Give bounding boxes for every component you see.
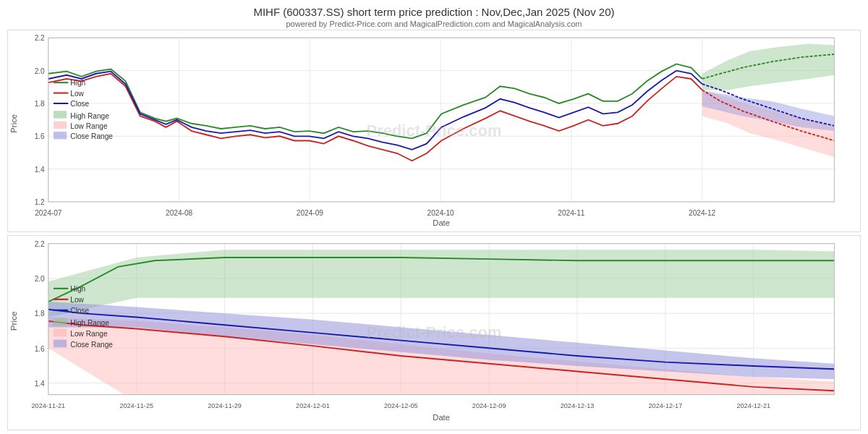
svg-text:1.4: 1.4 bbox=[35, 166, 45, 174]
svg-text:2.0: 2.0 bbox=[35, 275, 45, 283]
svg-text:High Range: High Range bbox=[70, 319, 109, 327]
svg-text:2024-11: 2024-11 bbox=[558, 208, 585, 216]
bottom-chart: 2.2 2.0 1.8 1.6 1.4 Price 2024-11-21 202… bbox=[7, 235, 861, 430]
svg-text:Price: Price bbox=[9, 312, 18, 331]
subtitle: powered by Predict-Price.com and Magical… bbox=[0, 20, 868, 28]
svg-rect-90 bbox=[54, 340, 67, 348]
svg-text:Close Range: Close Range bbox=[70, 341, 113, 349]
svg-text:Close: Close bbox=[70, 100, 89, 108]
header: MIHF (600337.SS) short term price predic… bbox=[0, 0, 868, 30]
svg-rect-86 bbox=[54, 318, 67, 326]
svg-text:2024-12-13: 2024-12-13 bbox=[561, 401, 595, 409]
svg-text:2024-12-21: 2024-12-21 bbox=[736, 401, 770, 409]
bottom-chart-svg: 2.2 2.0 1.8 1.6 1.4 Price 2024-11-21 202… bbox=[8, 236, 860, 430]
svg-text:Low: Low bbox=[70, 90, 84, 98]
svg-text:Date: Date bbox=[433, 218, 450, 227]
svg-text:High: High bbox=[70, 285, 85, 293]
svg-text:High: High bbox=[70, 79, 85, 87]
svg-text:1.8: 1.8 bbox=[35, 100, 45, 108]
svg-text:High Range: High Range bbox=[70, 112, 109, 120]
svg-text:2.2: 2.2 bbox=[35, 240, 45, 248]
top-chart-svg: 2.2 2.0 1.8 1.6 1.4 1.2 Price 2024-07 20… bbox=[8, 30, 860, 231]
svg-rect-88 bbox=[54, 329, 67, 337]
svg-rect-39 bbox=[54, 122, 67, 129]
svg-text:Close Range: Close Range bbox=[70, 132, 113, 140]
svg-text:2024-11-25: 2024-11-25 bbox=[119, 401, 153, 409]
svg-text:Price: Price bbox=[9, 114, 18, 133]
svg-text:2024-12-17: 2024-12-17 bbox=[649, 401, 683, 409]
svg-text:2024-12-05: 2024-12-05 bbox=[384, 401, 418, 409]
svg-text:2024-08: 2024-08 bbox=[166, 208, 193, 216]
top-chart: 2.2 2.0 1.8 1.6 1.4 1.2 Price 2024-07 20… bbox=[7, 30, 861, 232]
charts-container: 2.2 2.0 1.8 1.6 1.4 1.2 Price 2024-07 20… bbox=[0, 30, 868, 434]
main-title: MIHF (600337.SS) short term price predic… bbox=[0, 6, 868, 18]
svg-text:2024-12: 2024-12 bbox=[689, 208, 716, 216]
svg-text:Date: Date bbox=[433, 413, 450, 422]
svg-text:Close: Close bbox=[70, 307, 89, 315]
svg-text:1.8: 1.8 bbox=[35, 310, 45, 318]
svg-rect-37 bbox=[54, 111, 67, 118]
svg-rect-41 bbox=[54, 132, 67, 139]
svg-text:Low Range: Low Range bbox=[70, 330, 107, 338]
svg-text:2024-12-09: 2024-12-09 bbox=[472, 401, 506, 409]
svg-text:1.4: 1.4 bbox=[35, 380, 45, 388]
page-container: MIHF (600337.SS) short term price predic… bbox=[0, 0, 868, 434]
svg-text:2024-07: 2024-07 bbox=[35, 208, 62, 216]
svg-text:2024-10: 2024-10 bbox=[427, 208, 455, 216]
svg-text:2024-11-29: 2024-11-29 bbox=[208, 401, 242, 409]
svg-text:Low: Low bbox=[70, 296, 84, 304]
svg-text:Low Range: Low Range bbox=[70, 122, 108, 130]
svg-text:2.0: 2.0 bbox=[35, 67, 45, 75]
svg-marker-28 bbox=[702, 44, 835, 90]
svg-text:1.6: 1.6 bbox=[35, 132, 45, 140]
svg-text:2024-09: 2024-09 bbox=[297, 208, 324, 216]
svg-text:2.2: 2.2 bbox=[35, 34, 45, 42]
svg-text:2024-11-21: 2024-11-21 bbox=[32, 401, 66, 409]
svg-text:1.6: 1.6 bbox=[35, 345, 45, 353]
svg-text:1.2: 1.2 bbox=[35, 198, 45, 206]
svg-text:2024-12-01: 2024-12-01 bbox=[296, 401, 330, 409]
